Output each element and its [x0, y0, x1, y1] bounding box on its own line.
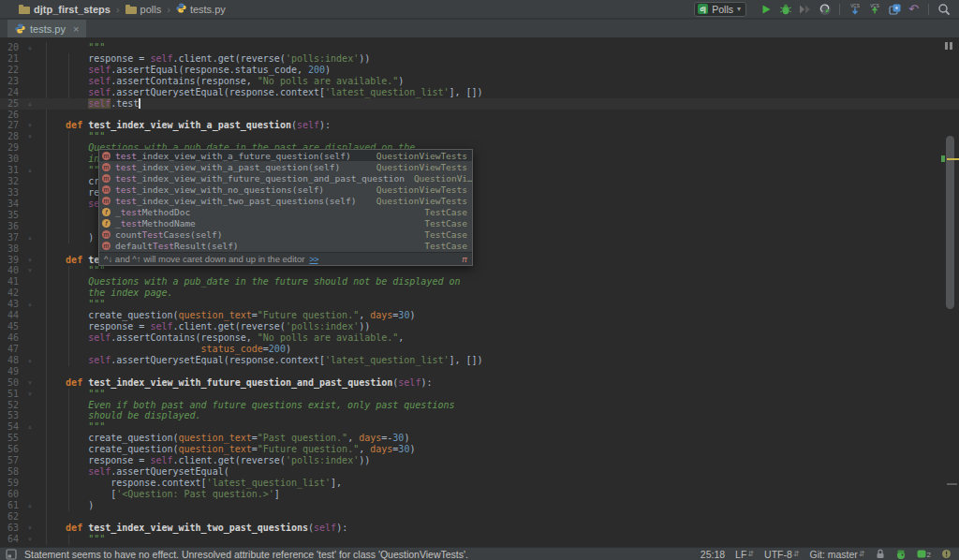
svg-text:VCS: VCS — [850, 4, 859, 8]
highlighting-level-toggle[interactable] — [895, 549, 907, 560]
code-line[interactable]: 27▿ def test_index_view_with_a_past_ques… — [0, 120, 959, 131]
completion-item-type: QuestionViewTests — [367, 184, 467, 195]
code-line[interactable]: 25▵ self.test — [0, 98, 959, 110]
search-everywhere-button[interactable] — [935, 1, 952, 18]
error-stripe-green-mark[interactable] — [941, 155, 945, 162]
caret-position-widget[interactable]: 25:18 — [701, 549, 725, 560]
fold-marker[interactable]: ▿ — [19, 265, 41, 276]
code-line[interactable]: 41 Questions with a pub_date in the futu… — [0, 276, 959, 287]
line-ending-widget[interactable]: LF ⇵ — [735, 549, 754, 560]
code-line[interactable]: 63▿ def test_index_view_with_two_past_qu… — [0, 523, 959, 534]
fold-marker[interactable]: ▵ — [19, 165, 41, 176]
code-line[interactable]: 26 — [0, 110, 959, 121]
completion-item[interactable]: mtest_index_view_with_a_past_question(se… — [99, 161, 472, 172]
line-number: 45 — [0, 321, 19, 332]
code-line[interactable]: 44 create_question(question_text="Future… — [0, 310, 959, 321]
debug-button[interactable] — [776, 1, 794, 18]
code-line[interactable]: 23 self.assertContains(response, "No pol… — [0, 76, 959, 87]
coverage-button[interactable] — [796, 1, 814, 18]
fold-marker[interactable]: ▿ — [19, 255, 41, 266]
fold-marker[interactable]: ▵ — [19, 421, 41, 433]
sort-by-relevance-icon[interactable]: π — [462, 254, 467, 264]
tab-tests-py[interactable]: tests.py × — [7, 20, 86, 37]
fold-marker[interactable]: ▿ — [19, 534, 41, 545]
analysis-indicator — [945, 42, 954, 50]
inspections-widget[interactable] — [941, 549, 952, 559]
code-line[interactable]: 55 create_question(question_text="Past q… — [0, 433, 959, 444]
vcs-commit-button[interactable]: VCS — [865, 1, 883, 18]
line-number: 44 — [0, 310, 19, 321]
fold-marker[interactable]: ▵ — [19, 232, 41, 243]
fold-marker[interactable]: ▿ — [19, 120, 41, 131]
breadcrumb-item-tests-py[interactable]: tests.py — [176, 3, 226, 15]
scrollbar-thumb[interactable] — [946, 136, 954, 309]
code-line[interactable]: 57 response = self.client.get(reverse('p… — [0, 455, 959, 466]
code-text: the index page. — [41, 287, 172, 299]
code-line[interactable]: 28▿ """ — [0, 131, 959, 142]
completion-item[interactable]: mtest_index_view_with_no_questions(self)… — [99, 184, 472, 195]
profiler-button[interactable] — [816, 1, 834, 18]
code-line[interactable]: 52 Even if both past and future question… — [0, 400, 959, 411]
breadcrumb: djtp_first_steps›polls›tests.py — [0, 3, 226, 15]
completion-item[interactable]: f_testMethodNameTestCase — [99, 218, 472, 229]
show-changes-button[interactable] — [885, 1, 903, 18]
completion-item[interactable]: mtest_index_view_with_two_past_questions… — [99, 195, 472, 206]
code-line[interactable]: 40▿ """ — [0, 265, 959, 276]
code-line[interactable]: 58 self.assertQuerysetEqual( — [0, 466, 959, 478]
code-line[interactable]: 51▿ """ — [0, 389, 959, 400]
fold-marker[interactable]: ▵ — [19, 42, 41, 53]
run-config-selector[interactable]: dj Polls ▾ — [694, 2, 746, 17]
event-log-button[interactable]: 2 — [917, 550, 931, 559]
fold-marker[interactable]: ▵ — [19, 299, 41, 310]
tool-windows-icon[interactable] — [6, 549, 17, 560]
completion-item[interactable]: mtest_index_view_with_future_question_an… — [99, 172, 472, 184]
vcs-update-button[interactable]: VCS — [846, 1, 863, 18]
code-text: ) — [41, 232, 94, 243]
code-line[interactable]: 50▿ def test_index_view_with_future_ques… — [0, 377, 959, 389]
encoding-widget[interactable]: UTF-8 ⇵ — [764, 549, 799, 560]
code-line[interactable]: 49 — [0, 366, 959, 377]
code-line[interactable]: 43▵ """ — [0, 299, 959, 310]
completion-item[interactable]: mcountTestCases(self)TestCase — [99, 229, 472, 241]
code-line[interactable]: 46 self.assertContains(response, "No pol… — [0, 332, 959, 344]
fold-marker[interactable]: ▵ — [19, 500, 41, 511]
notification-icon — [917, 550, 926, 559]
code-line[interactable]: 21 response = self.client.get(reverse('p… — [0, 53, 959, 65]
code-line[interactable]: 47 status_code=200) — [0, 344, 959, 355]
fold-marker[interactable]: ▿ — [19, 389, 41, 400]
code-line[interactable]: 61▵ ) — [0, 500, 959, 511]
code-line[interactable]: 60 ['<Question: Past question.>'] — [0, 489, 959, 500]
readonly-lock-toggle[interactable] — [876, 549, 885, 559]
fold-marker[interactable]: ▿ — [19, 523, 41, 534]
breadcrumb-item-djtp_first_steps[interactable]: djtp_first_steps — [19, 4, 111, 15]
code-line[interactable]: 45 response = self.client.get(reverse('p… — [0, 321, 959, 332]
code-line[interactable]: 56 create_question(question_text="Future… — [0, 444, 959, 455]
fold-marker[interactable]: ▿ — [19, 131, 41, 142]
completion-item[interactable]: mtest_index_view_with_a_future_question(… — [99, 150, 472, 161]
breadcrumb-item-polls[interactable]: polls — [125, 4, 162, 15]
error-stripe-warning-mark[interactable] — [947, 158, 959, 160]
code-line[interactable]: 59 response.context['latest_question_lis… — [0, 478, 959, 489]
error-stripe-mark[interactable] — [947, 483, 957, 485]
code-line[interactable]: 54▵ """ — [0, 421, 959, 433]
close-icon[interactable]: × — [73, 23, 79, 35]
run-button[interactable] — [757, 1, 775, 18]
code-line[interactable]: 22 self.assertEqual(response.status_code… — [0, 65, 959, 76]
completion-item[interactable]: mdefaultTestResult(self)TestCase — [99, 241, 472, 252]
fold-marker[interactable]: ▵ — [19, 355, 41, 366]
rollback-button[interactable]: ↶ — [905, 1, 922, 18]
git-branch-widget[interactable]: Git: master ⇵ — [810, 549, 865, 560]
code-line[interactable]: 24 self.assertQuerysetEqual(response.con… — [0, 87, 959, 98]
code-line[interactable]: 53 should be displayed. — [0, 410, 959, 421]
fold-marker[interactable]: ▿ — [19, 377, 41, 389]
code-line[interactable]: 64▿ """ — [0, 534, 959, 545]
editor[interactable]: 20▵ """21 response = self.client.get(rev… — [0, 37, 959, 547]
code-line[interactable]: 20▵ """ — [0, 42, 959, 53]
line-number: 61 — [0, 500, 19, 511]
completion-item[interactable]: f_testMethodDocTestCase — [99, 206, 472, 217]
completion-hint-more-link[interactable]: >> — [309, 254, 317, 264]
fold-marker[interactable]: ▵ — [19, 98, 41, 110]
code-line[interactable]: 62 — [0, 511, 959, 523]
code-line[interactable]: 42 the index page. — [0, 287, 959, 299]
code-line[interactable]: 48▵ self.assertQuerysetEqual(response.co… — [0, 355, 959, 366]
